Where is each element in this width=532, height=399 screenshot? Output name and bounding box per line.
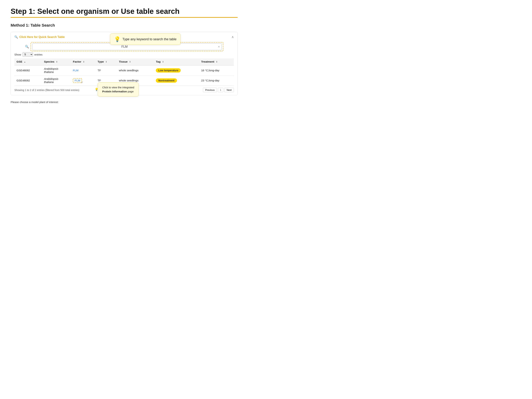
cell-species: Arabidopsisthaliana <box>42 65 71 76</box>
entries-label: entries <box>34 53 43 56</box>
cell-treatment: 16 °C;long-day <box>199 65 234 76</box>
tooltip-bottom-line1: Click to view the integrated <box>102 86 134 89</box>
cell-tag: Nontreatment <box>154 76 199 86</box>
data-table: GSE ▲ Species ⇕ Factor ⇕ Type ⇕ Tissue ⇕… <box>14 58 234 86</box>
col-gse[interactable]: GSE ▲ <box>14 58 42 65</box>
col-factor[interactable]: Factor ⇕ <box>71 58 95 65</box>
show-label: Show <box>14 53 21 56</box>
entries-info: Showing 1 to 2 of 2 entries (filtered fr… <box>14 89 79 91</box>
entries-select[interactable]: 5 10 25 50 100 <box>23 52 33 57</box>
pagination: Previous 1 Next <box>203 88 234 92</box>
col-species[interactable]: Species ⇕ <box>42 58 71 65</box>
next-page-button[interactable]: Next <box>224 88 234 92</box>
table-row: GSE48082 Arabidopsisthaliana FLM TF whol… <box>14 65 234 76</box>
current-page: 1 <box>218 88 223 92</box>
cell-treatment: 23 °C;long-day <box>199 76 234 86</box>
search-magnifier-icon: 🔍 <box>25 45 29 49</box>
tag-badge-1: Low temperature <box>156 68 181 73</box>
search-icon: 🔍 <box>14 35 18 39</box>
gold-divider <box>11 17 238 18</box>
tooltip-bottom-line2: Protein Information <box>102 90 127 93</box>
col-tissue[interactable]: Tissue ⇕ <box>117 58 154 65</box>
chevron-up-icon[interactable]: ∧ <box>231 35 234 39</box>
tooltip-bottom-line3: page <box>128 90 134 93</box>
please-choose-text: Please choose a model plant of interest: <box>11 101 238 104</box>
tooltip-top: 💡 Type any keyword to search the table <box>110 33 181 45</box>
search-panel: 🔍 Click Here for Quick Search Table 💡 Ty… <box>11 32 238 95</box>
cell-species: Arabidopsisthaliana <box>42 76 71 86</box>
factor-link-1[interactable]: FLM <box>73 69 78 72</box>
cell-type: TF <box>95 65 117 76</box>
factor-link-2[interactable]: FLM ↙ <box>73 78 82 83</box>
col-type[interactable]: Type ⇕ <box>95 58 117 65</box>
col-treatment[interactable]: Treatment ⇕ <box>199 58 234 65</box>
cell-gse: GSE48082 <box>14 65 42 76</box>
table-header: GSE ▲ Species ⇕ Factor ⇕ Type ⇕ Tissue ⇕… <box>14 58 234 65</box>
show-entries-row: Show 5 10 25 50 100 entries <box>14 52 234 57</box>
table-footer: Showing 1 to 2 of 2 entries (filtered fr… <box>14 88 234 92</box>
page-title: Step 1: Select one organism or Use table… <box>11 7 238 16</box>
method-title: Method 1: Table Search <box>11 23 238 28</box>
cell-factor: FLM <box>71 65 95 76</box>
cell-tag: Low temperature <box>154 65 199 76</box>
cell-gse: GSE48082 <box>14 76 42 86</box>
cell-tissue: whole seedlings <box>117 65 154 76</box>
quick-search-label: Click Here for Quick Search Table <box>19 35 65 39</box>
bulb-icon: 💡 <box>114 36 120 42</box>
tag-badge-2: Nontreatment <box>156 78 177 83</box>
quick-search-toggle[interactable]: 🔍 Click Here for Quick Search Table <box>14 35 65 39</box>
col-tag[interactable]: Tag ⇕ <box>154 58 199 65</box>
tooltip-bottom: 💡 Click to view the integrated Protein I… <box>98 82 139 96</box>
clear-search-button[interactable]: × <box>218 45 220 48</box>
cell-factor: FLM ↙ <box>71 76 95 86</box>
search-panel-header: 🔍 Click Here for Quick Search Table 💡 Ty… <box>14 35 234 39</box>
previous-page-button[interactable]: Previous <box>203 88 217 92</box>
tooltip-top-text: Type any keyword to search the table <box>122 37 177 41</box>
